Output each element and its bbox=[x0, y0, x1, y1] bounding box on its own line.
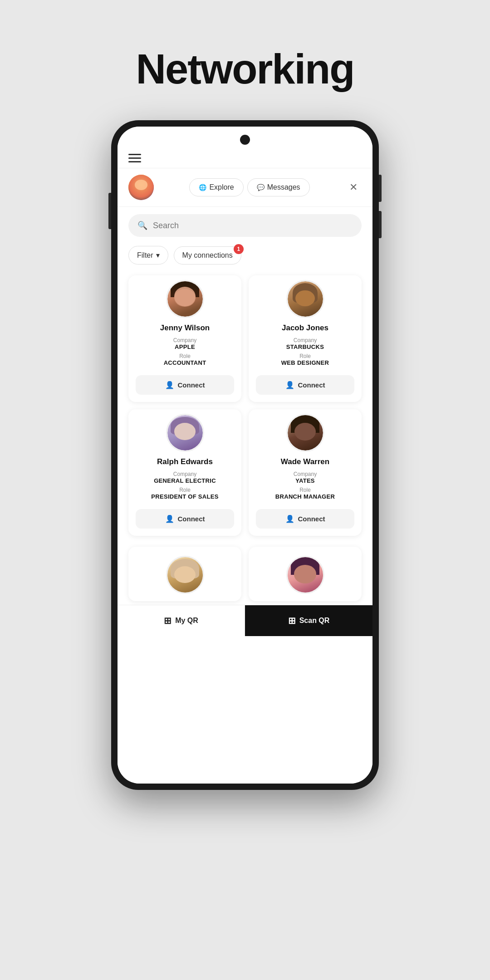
camera-dot bbox=[240, 135, 250, 145]
search-input[interactable] bbox=[153, 221, 353, 230]
avatar-wade-warren bbox=[286, 414, 324, 452]
role-value-wade: BRANCH MANAGER bbox=[256, 493, 354, 500]
chevron-down-icon: ▾ bbox=[156, 251, 160, 260]
messages-label: Messages bbox=[267, 183, 300, 191]
person-info-wade: Company YATES Role BRANCH MANAGER bbox=[256, 471, 354, 503]
connections-label: My connections bbox=[182, 251, 233, 260]
my-qr-button[interactable]: ⊞ My QR bbox=[118, 605, 245, 636]
person-add-icon-ralph: 👤 bbox=[165, 514, 174, 523]
person-card-jacob-jones: Jacob Jones Company STARBUCKS Role WEB D… bbox=[249, 275, 362, 402]
hamburger-line-1 bbox=[128, 154, 141, 155]
nav-pills: 🌐 Explore 💬 Messages bbox=[161, 178, 338, 196]
volume-button-left bbox=[108, 193, 111, 229]
hamburger-line-2 bbox=[128, 157, 141, 159]
company-label-wade: Company bbox=[256, 471, 354, 477]
partial-card-2 bbox=[249, 547, 362, 601]
page-wrapper: Networking bbox=[0, 0, 490, 980]
connect-label-wade: Connect bbox=[298, 515, 325, 523]
scan-qr-label: Scan QR bbox=[299, 617, 330, 625]
app-content: 🌐 Explore 💬 Messages ✕ 🔍 bbox=[118, 148, 372, 784]
company-label-jacob: Company bbox=[256, 337, 354, 343]
user-avatar[interactable] bbox=[128, 175, 154, 200]
person-name-jacob: Jacob Jones bbox=[282, 323, 328, 333]
partial-person-row bbox=[118, 543, 372, 601]
partial-avatar-2 bbox=[286, 556, 324, 594]
close-button[interactable]: ✕ bbox=[345, 179, 362, 196]
my-connections-button[interactable]: My connections 1 bbox=[174, 246, 241, 265]
role-value-jacob: WEB DESIGNER bbox=[256, 359, 354, 366]
top-bar bbox=[118, 148, 372, 168]
phone-screen: 🌐 Explore 💬 Messages ✕ 🔍 bbox=[118, 127, 372, 784]
filter-label: Filter bbox=[137, 251, 153, 260]
avatar-jenny-wilson bbox=[166, 280, 204, 318]
company-label-jenny: Company bbox=[136, 337, 234, 343]
bottom-bar: ⊞ My QR ⊞ Scan QR bbox=[118, 605, 372, 636]
hamburger-line-3 bbox=[128, 161, 141, 162]
person-add-icon: 👤 bbox=[165, 381, 174, 389]
connect-button-wade[interactable]: 👤 Connect bbox=[256, 509, 354, 529]
role-value-ralph: PRESIDENT OF SALES bbox=[136, 493, 234, 500]
role-value-jenny: ACCOUNTANT bbox=[136, 359, 234, 366]
person-name-wade: Wade Warren bbox=[281, 457, 329, 466]
connect-button-jacob[interactable]: 👤 Connect bbox=[256, 375, 354, 395]
connect-label-jacob: Connect bbox=[298, 381, 325, 389]
page-title: Networking bbox=[136, 45, 354, 93]
company-value-ralph: GENERAL ELECTRIC bbox=[136, 477, 234, 484]
search-container: 🔍 bbox=[118, 207, 372, 242]
volume-button bbox=[379, 211, 382, 238]
connections-badge: 1 bbox=[234, 244, 244, 254]
person-name-jenny: Jenny Wilson bbox=[160, 323, 210, 333]
hamburger-menu[interactable] bbox=[128, 154, 141, 162]
people-grid: Jenny Wilson Company APPLE Role ACCOUNTA… bbox=[118, 272, 372, 543]
partial-avatar-1 bbox=[166, 556, 204, 594]
search-icon: 🔍 bbox=[137, 220, 147, 230]
connect-button-jenny[interactable]: 👤 Connect bbox=[136, 375, 234, 395]
person-info-jacob: Company STARBUCKS Role WEB DESIGNER bbox=[256, 337, 354, 369]
avatar-ralph-edwards bbox=[166, 414, 204, 452]
phone-notch bbox=[118, 127, 372, 148]
power-button bbox=[379, 175, 382, 202]
person-card-jenny-wilson: Jenny Wilson Company APPLE Role ACCOUNTA… bbox=[128, 275, 241, 402]
filter-row: Filter ▾ My connections 1 bbox=[118, 242, 372, 272]
my-qr-label: My QR bbox=[175, 617, 198, 625]
nav-bar: 🌐 Explore 💬 Messages ✕ bbox=[118, 168, 372, 207]
person-card-ralph-edwards: Ralph Edwards Company GENERAL ELECTRIC R… bbox=[128, 409, 241, 536]
avatar-image bbox=[128, 175, 154, 200]
globe-icon: 🌐 bbox=[199, 184, 206, 191]
connect-label-jenny: Connect bbox=[178, 381, 205, 389]
avatar-jacob-jones bbox=[286, 280, 324, 318]
role-label-jacob: Role bbox=[256, 353, 354, 359]
company-value-jacob: STARBUCKS bbox=[256, 343, 354, 350]
partial-card-1 bbox=[128, 547, 241, 601]
connect-button-ralph[interactable]: 👤 Connect bbox=[136, 509, 234, 529]
connect-label-ralph: Connect bbox=[178, 515, 205, 523]
company-value-wade: YATES bbox=[256, 477, 354, 484]
person-info-ralph: Company GENERAL ELECTRIC Role PRESIDENT … bbox=[136, 471, 234, 503]
person-card-wade-warren: Wade Warren Company YATES Role BRANCH MA… bbox=[249, 409, 362, 536]
qr-icon-scan: ⊞ bbox=[288, 615, 296, 626]
person-add-icon-wade: 👤 bbox=[285, 514, 294, 523]
search-box: 🔍 bbox=[128, 214, 362, 237]
messages-tab[interactable]: 💬 Messages bbox=[247, 178, 310, 196]
qr-icon-myqr: ⊞ bbox=[164, 615, 172, 626]
person-name-ralph: Ralph Edwards bbox=[157, 457, 213, 466]
person-add-icon-jacob: 👤 bbox=[285, 381, 294, 389]
message-icon: 💬 bbox=[257, 184, 265, 191]
person-info-jenny: Company APPLE Role ACCOUNTANT bbox=[136, 337, 234, 369]
role-label-wade: Role bbox=[256, 487, 354, 493]
company-value-jenny: APPLE bbox=[136, 343, 234, 350]
explore-tab[interactable]: 🌐 Explore bbox=[189, 178, 243, 196]
explore-label: Explore bbox=[209, 183, 234, 191]
role-label-jenny: Role bbox=[136, 353, 234, 359]
scan-qr-button[interactable]: ⊞ Scan QR bbox=[245, 605, 372, 636]
role-label-ralph: Role bbox=[136, 487, 234, 493]
phone-frame: 🌐 Explore 💬 Messages ✕ 🔍 bbox=[111, 120, 379, 790]
company-label-ralph: Company bbox=[136, 471, 234, 477]
filter-button[interactable]: Filter ▾ bbox=[128, 246, 168, 265]
